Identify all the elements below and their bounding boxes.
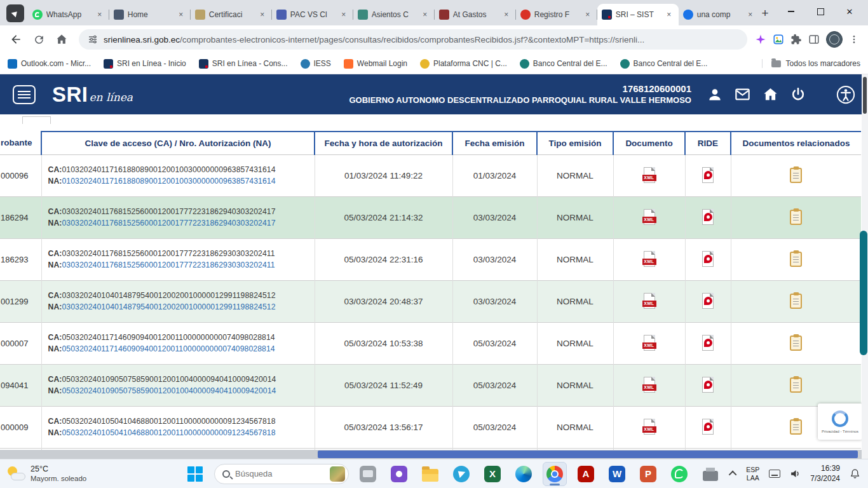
bookmark-sri-inicio[interactable]: SRI en Línea - Inicio	[104, 59, 186, 69]
pinned-tab[interactable]	[6, 4, 24, 22]
pdf-download-icon[interactable]	[701, 377, 715, 393]
home-icon[interactable]	[762, 86, 779, 103]
related-docs-icon[interactable]	[790, 168, 802, 183]
taskbar-clock[interactable]: 16:39 7/3/2024	[810, 464, 840, 484]
pdf-download-icon[interactable]	[701, 335, 715, 351]
tab-close-icon[interactable]	[664, 10, 674, 20]
related-docs-icon[interactable]	[790, 294, 802, 309]
start-button[interactable]	[183, 462, 207, 486]
pdf-download-icon[interactable]	[701, 167, 715, 184]
bookmark-iess[interactable]: IESS	[301, 59, 331, 69]
back-button[interactable]	[6, 30, 25, 49]
window-minimize-button[interactable]	[776, 0, 806, 23]
tune-icon[interactable]	[88, 34, 98, 44]
taskbar-app-whatsapp[interactable]	[667, 462, 691, 486]
na-value-link[interactable]: 0303202401040148795400120020010000012991…	[62, 302, 275, 311]
taskbar-app-printer[interactable]	[698, 462, 722, 486]
address-bar[interactable]: srienlinea.sri.gob.ec/comprobantes-elect…	[79, 29, 747, 50]
column-header-clave[interactable]: Clave de acceso (CA) / Nro. Autorización…	[41, 132, 315, 154]
taskbar-weather-widget[interactable]: 25°C Mayorm. soleado	[0, 464, 133, 484]
taskbar-app-media[interactable]	[387, 462, 411, 486]
profile-avatar[interactable]	[826, 31, 843, 48]
column-header-fecha-autorizacion[interactable]: Fecha y hora de autorización	[315, 132, 452, 154]
bookmark-webmail[interactable]: Webmail Login	[344, 59, 407, 69]
tab-pac[interactable]: PAC VS Cl	[272, 4, 353, 25]
tab-whatsapp[interactable]: WhatsApp	[28, 4, 109, 25]
tab-asientos[interactable]: Asientos C	[353, 4, 435, 25]
pdf-download-icon[interactable]	[701, 293, 715, 309]
taskbar-app-display[interactable]	[356, 462, 380, 486]
related-docs-icon[interactable]	[790, 252, 802, 267]
taskbar-app-powerpoint[interactable]: P	[636, 462, 660, 486]
tab-una-comp[interactable]: una comp	[679, 4, 754, 25]
related-docs-icon[interactable]	[790, 210, 802, 225]
search-highlight-image[interactable]	[330, 466, 345, 482]
tab-close-icon[interactable]	[420, 10, 430, 20]
column-header-documento[interactable]: Documento	[613, 132, 685, 154]
taskbar-app-word[interactable]: W	[605, 462, 629, 486]
taskbar-app-edge[interactable]	[512, 462, 536, 486]
power-logout-icon[interactable]	[790, 86, 806, 103]
column-header-fecha-emision[interactable]: Fecha emisión	[452, 132, 537, 154]
lens-image-icon[interactable]	[773, 34, 784, 45]
na-value-link[interactable]: 0503202401090507585900120010040000940410…	[62, 386, 276, 395]
tab-close-icon[interactable]	[95, 10, 105, 20]
pdf-download-icon[interactable]	[701, 251, 715, 268]
menu-hamburger-icon[interactable]	[13, 85, 36, 104]
na-value-link[interactable]: 0103202401171618808900120010030000000963…	[62, 177, 275, 186]
column-header-docs-relacionados[interactable]: Documentos relacionados	[731, 132, 861, 154]
xml-download-icon[interactable]: XML	[642, 335, 656, 351]
horizontal-scrollbar[interactable]	[0, 450, 862, 459]
home-button[interactable]	[52, 30, 71, 49]
bookmark-sri-consultas[interactable]: SRI en Línea - Cons...	[199, 59, 288, 69]
column-header-ride[interactable]: RIDE	[685, 132, 731, 154]
browser-menu-icon[interactable]	[849, 34, 859, 44]
new-tab-button[interactable]	[756, 4, 774, 22]
related-docs-icon[interactable]	[790, 419, 802, 435]
column-header-comprobante[interactable]: robante	[0, 132, 41, 154]
user-icon[interactable]	[707, 86, 723, 103]
touch-keyboard-icon[interactable]	[769, 470, 780, 478]
taskbar-app-file-explorer[interactable]	[418, 462, 442, 486]
tab-certificados[interactable]: Certificaci	[191, 4, 272, 25]
sparkle-icon[interactable]	[755, 34, 766, 45]
xml-download-icon[interactable]: XML	[642, 293, 656, 309]
column-header-tipo-emision[interactable]: Tipo emisión	[537, 132, 613, 154]
window-close-button[interactable]	[835, 0, 864, 23]
tab-close-icon[interactable]	[176, 10, 186, 20]
tab-close-icon[interactable]	[745, 10, 754, 20]
taskbar-app-telegram[interactable]	[449, 462, 473, 486]
accessibility-icon[interactable]	[836, 85, 855, 104]
recaptcha-badge[interactable]: Privacidad - Términos	[818, 403, 862, 440]
extensions-icon[interactable]	[790, 34, 802, 45]
xml-download-icon[interactable]: XML	[642, 167, 656, 184]
sri-logo[interactable]: SRI en línea	[52, 84, 133, 105]
browser-vertical-scrollbar-thumb[interactable]	[863, 77, 867, 114]
all-bookmarks[interactable]: Todos los marcadores	[762, 59, 860, 68]
tab-close-icon[interactable]	[257, 10, 268, 20]
bookmark-outlook[interactable]: Outlook.com - Micr...	[8, 59, 91, 69]
taskbar-app-acrobat[interactable]: A	[574, 462, 598, 486]
bookmark-bce-1[interactable]: Banco Central del E...	[520, 59, 607, 69]
mail-icon[interactable]	[734, 86, 751, 103]
language-indicator[interactable]: ESP LAA	[746, 466, 759, 482]
na-value-link[interactable]: 0503202401171460909400120011000000000074…	[62, 344, 275, 353]
tab-sri-active[interactable]: SRI – SIST	[597, 4, 679, 25]
pdf-download-icon[interactable]	[701, 209, 715, 226]
related-docs-icon[interactable]	[790, 336, 802, 351]
tab-registro[interactable]: Registro F	[516, 4, 597, 25]
na-value-link[interactable]: 0303202401176815256000120017772231862930…	[62, 261, 275, 269]
horizontal-scrollbar-thumb[interactable]	[318, 451, 858, 458]
xml-download-icon[interactable]: XML	[642, 209, 656, 226]
related-docs-icon[interactable]	[790, 377, 802, 393]
volume-icon[interactable]	[790, 468, 801, 479]
taskbar-app-excel[interactable]: X	[480, 462, 505, 486]
window-maximize-button[interactable]	[806, 0, 835, 23]
xml-download-icon[interactable]: XML	[642, 419, 656, 435]
bookmark-bce-2[interactable]: Banco Central del E...	[620, 59, 708, 69]
na-value-link[interactable]: 0303202401176815256000120017772231862940…	[62, 219, 275, 227]
xml-download-icon[interactable]: XML	[642, 251, 656, 268]
table-vertical-scrollbar-thumb[interactable]	[860, 231, 867, 355]
pdf-download-icon[interactable]	[701, 419, 715, 435]
refresh-button[interactable]	[29, 30, 48, 49]
